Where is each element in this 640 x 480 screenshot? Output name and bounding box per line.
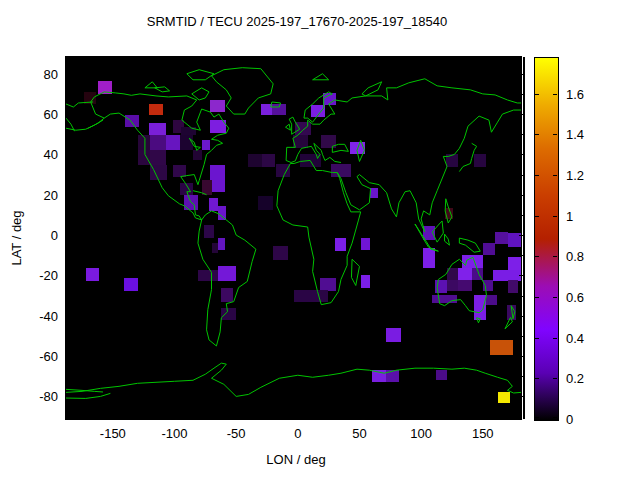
x-tick-label: 100 [410, 426, 432, 441]
y-tick-label: -40 [20, 309, 58, 324]
colorbar-tick-mark [553, 378, 557, 379]
heatmap-cell [474, 295, 486, 320]
heatmap-cell [218, 266, 236, 281]
y-tick-label: -80 [20, 389, 58, 404]
colorbar-tick-mark [553, 417, 557, 418]
coastline-path [66, 102, 93, 107]
coastline-path [459, 143, 476, 171]
heatmap-cell [248, 154, 262, 167]
coastline-path [66, 363, 521, 396]
right-axis-tick-mark [519, 275, 523, 276]
colorbar-tick-label: 0.8 [566, 249, 584, 264]
x-tick-label: 0 [294, 426, 301, 441]
heatmap-cell [486, 295, 497, 305]
coastline-path [362, 82, 382, 96]
heatmap-cell [295, 122, 311, 135]
heatmap-cell [508, 280, 518, 293]
heatmap-cell [180, 135, 193, 150]
right-axis-tick-mark [519, 255, 523, 256]
coastline-path [277, 160, 361, 304]
heatmap-cell [150, 135, 166, 150]
heatmap-cell [138, 150, 150, 165]
heatmap-cell [258, 196, 273, 210]
heatmap-cell [361, 238, 370, 250]
colorbar-tick-mark [535, 256, 539, 257]
colorbar-tick-label: 0 [566, 412, 573, 427]
colorbar-tick-mark [553, 338, 557, 339]
x-tick-label: -50 [227, 426, 246, 441]
coastline-path [187, 70, 214, 80]
colorbar-tick-mark [553, 94, 557, 95]
colorbar-tick-mark [535, 216, 539, 217]
heatmap-cell [423, 248, 435, 268]
heatmap-cell [262, 154, 275, 167]
colorbar-tick-label: 0.6 [566, 289, 584, 304]
heatmap-cell [272, 104, 286, 115]
right-axis-tick-mark [519, 94, 523, 95]
heatmap-cell [320, 278, 336, 291]
colorbar-tick-mark [535, 417, 539, 418]
colorbar-tick-mark [553, 134, 557, 135]
coastline-path [337, 110, 521, 232]
coastline-path [351, 259, 359, 285]
x-tick-label: 150 [472, 426, 494, 441]
heatmap-cell [204, 225, 214, 238]
heatmap-cell [498, 392, 510, 403]
heatmap-cell [483, 243, 495, 255]
colorbar-tick-mark [535, 297, 539, 298]
heatmap-cell [166, 135, 180, 150]
colorbar-tick-label: 1.2 [566, 167, 584, 182]
heatmap-cell [173, 165, 186, 176]
y-tick-label: 40 [20, 147, 58, 162]
heatmap-cell [483, 280, 493, 291]
heatmap-cell [86, 268, 99, 281]
heatmap-cell [124, 278, 138, 291]
colorbar-tick-label: 0.4 [566, 330, 584, 345]
x-tick-label: -100 [161, 426, 187, 441]
coastline-path [445, 234, 450, 245]
heatmap-cell [210, 100, 225, 112]
heatmap-cell [474, 154, 486, 166]
heatmap-cell [198, 270, 218, 281]
right-axis-tick-mark [519, 336, 523, 337]
gnuplot-heatmap-window: SRMTID / TECU 2025-197_17670-2025-197_18… [0, 0, 640, 480]
right-axis-tick-mark [519, 74, 523, 75]
heatmap-cell [495, 232, 508, 244]
right-axis-tick-mark [519, 195, 523, 196]
coastline-path [332, 144, 348, 152]
heatmap-cell [458, 268, 472, 281]
coastline-path [145, 82, 157, 88]
heatmap-cell [370, 188, 378, 198]
heatmap-cell [490, 340, 513, 355]
heatmap-cell [436, 370, 447, 380]
colorbar-gradient [534, 57, 559, 421]
coastline-path [459, 238, 480, 252]
right-axis-tick-mark [519, 316, 523, 317]
coastline-path [66, 393, 110, 398]
colorbar-tick-mark [535, 378, 539, 379]
y-tick-label: 80 [20, 67, 58, 82]
right-axis-tick-mark [519, 134, 523, 135]
right-axis-tick-mark [519, 376, 523, 377]
heatmap-cell [202, 140, 210, 150]
colorbar-tick-mark [553, 175, 557, 176]
heatmap-cell [218, 238, 225, 250]
x-axis-label: LON / deg [266, 452, 325, 467]
colorbar-tick-label: 1 [566, 208, 573, 223]
colorbar-tick-mark [535, 134, 539, 135]
right-axis-tick-mark [519, 356, 523, 357]
y-tick-label: 60 [20, 107, 58, 122]
x-tick-label: -150 [100, 426, 126, 441]
y-tick-label: -20 [20, 268, 58, 283]
heatmap-cell [386, 328, 401, 342]
right-axis-tick-mark [519, 296, 523, 297]
heatmap-cell [221, 288, 233, 302]
heatmap-cell [149, 104, 164, 115]
heatmap-cell [221, 308, 236, 320]
right-axis-tick-mark [519, 175, 523, 176]
colorbar-tick-label: 1.4 [566, 127, 584, 142]
right-axis-tick-mark [519, 154, 523, 155]
heatmap-cell [125, 115, 139, 127]
chart-title: SRMTID / TECU 2025-197_17670-2025-197_18… [147, 14, 447, 29]
heatmap-cell [273, 246, 288, 260]
